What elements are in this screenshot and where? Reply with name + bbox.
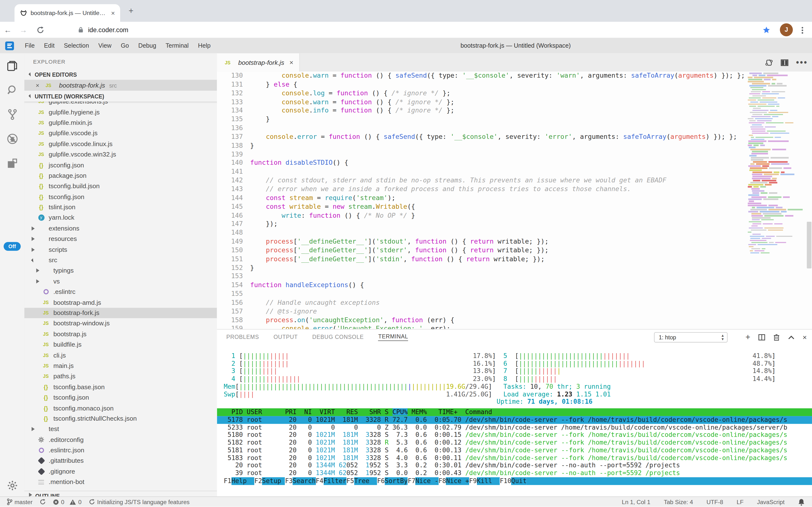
menu-selection[interactable]: Selection bbox=[59, 42, 94, 49]
new-tab-button[interactable]: + bbox=[126, 6, 136, 16]
chevron-right-icon[interactable] bbox=[32, 237, 37, 241]
editor-scrollbar[interactable] bbox=[807, 222, 812, 269]
browser-menu-icon[interactable] bbox=[802, 26, 804, 35]
file-tree-item[interactable]: .editorconfig bbox=[24, 435, 217, 445]
file-tree-item[interactable]: {}tsconfig.strictNullChecks.json bbox=[24, 413, 217, 424]
extensions-icon[interactable] bbox=[6, 157, 19, 169]
url-text[interactable]: ide.coder.com bbox=[88, 26, 128, 34]
off-toggle-badge[interactable]: Off bbox=[4, 242, 21, 250]
file-tree-item[interactable]: extensions bbox=[24, 223, 217, 234]
explorer-icon[interactable] bbox=[6, 59, 19, 72]
problems-indicator[interactable]: 0 0 bbox=[53, 499, 81, 505]
tab-close-icon[interactable]: × bbox=[289, 59, 293, 66]
htop-process-row[interactable]: 5182 root 20 0 1021M 181M 3328 R 5.3 0.6… bbox=[217, 439, 812, 447]
split-terminal-icon[interactable] bbox=[758, 334, 765, 341]
menu-terminal[interactable]: Terminal bbox=[161, 42, 193, 49]
file-tree-item[interactable]: JSbootstrap-amd.js bbox=[24, 297, 217, 308]
close-icon[interactable]: × bbox=[36, 81, 40, 89]
reload-icon[interactable] bbox=[36, 25, 45, 34]
htop-process-row[interactable]: 5183 root 20 0 1021M 181M 3328 S 4.0 0.6… bbox=[217, 454, 812, 462]
close-panel-icon[interactable]: × bbox=[803, 333, 807, 341]
file-tree-item[interactable]: JSbuildfile.js bbox=[24, 339, 217, 350]
debug-icon[interactable] bbox=[6, 132, 19, 145]
source-control-icon[interactable] bbox=[6, 108, 19, 121]
file-tree-item[interactable]: JSmain.js bbox=[24, 360, 217, 371]
file-tree-item[interactable]: JSbootstrap-window.js bbox=[24, 318, 217, 329]
status-ln-1-col-1[interactable]: Ln 1, Col 1 bbox=[622, 499, 650, 505]
file-tree-item[interactable]: {}jsconfig.json bbox=[24, 160, 217, 171]
panel-tab-output[interactable]: OUTPUT bbox=[274, 334, 298, 341]
split-editor-icon[interactable] bbox=[780, 58, 789, 66]
file-tree-item[interactable]: JSgulpfile.vscode.linux.js bbox=[24, 138, 217, 149]
file-tree-item[interactable]: JSpaths.js bbox=[24, 371, 217, 382]
branch-indicator[interactable]: master bbox=[7, 499, 33, 505]
file-tree-item[interactable]: {}tsconfig.monaco.json bbox=[24, 403, 217, 413]
file-tree-item[interactable]: .mention-bot bbox=[24, 477, 217, 488]
file-tree-item[interactable]: JSgulpfile.vscode.win32.js bbox=[24, 149, 217, 160]
terminal[interactable]: 1 [||||||||||||17.8%]5 [||||||||||||||||… bbox=[217, 345, 812, 497]
maximize-panel-icon[interactable] bbox=[788, 335, 795, 340]
chevron-right-icon[interactable] bbox=[32, 427, 37, 431]
chevron-right-icon[interactable] bbox=[32, 226, 37, 230]
editor-group[interactable]: JS bootstrap-fork.js × ••• 130 console.w… bbox=[217, 53, 812, 329]
panel-tab-problems[interactable]: PROBLEMS bbox=[226, 334, 259, 341]
menu-go[interactable]: Go bbox=[116, 42, 133, 49]
file-tree-item[interactable]: {}package.json bbox=[24, 170, 217, 181]
open-editor-item[interactable]: × JS bootstrap-fork.js src bbox=[24, 80, 217, 91]
file-tree-item[interactable]: JSgulpfile.extensions.js bbox=[24, 102, 217, 107]
menu-debug[interactable]: Debug bbox=[134, 42, 161, 49]
forward-icon[interactable]: → bbox=[15, 25, 31, 34]
menu-view[interactable]: View bbox=[93, 42, 116, 49]
menu-edit[interactable]: Edit bbox=[40, 42, 59, 49]
file-tree-item[interactable]: {}tsconfig.build.json bbox=[24, 181, 217, 191]
file-tree-item[interactable]: .eslintrc.json bbox=[24, 445, 217, 456]
editor-tab[interactable]: JS bootstrap-fork.js × bbox=[217, 53, 300, 72]
file-tree-item[interactable]: JSgulpfile.vscode.js bbox=[24, 128, 217, 138]
file-tree-item[interactable]: JSgulpfile.mixin.js bbox=[24, 118, 217, 128]
chevron-right-icon[interactable] bbox=[36, 269, 41, 273]
app-logo-icon[interactable] bbox=[5, 41, 14, 50]
file-tree-item[interactable]: src bbox=[24, 255, 217, 266]
workspace-header[interactable]: UNTITLED (WORKSPACE) bbox=[24, 91, 217, 102]
panel-tab-terminal[interactable]: TERMINAL bbox=[378, 333, 408, 341]
file-tree-item[interactable]: JSbootstrap-fork.js bbox=[24, 308, 217, 318]
file-tree-item[interactable]: .gitignore bbox=[24, 466, 217, 477]
bell-icon[interactable] bbox=[798, 498, 805, 506]
bookmark-star-icon[interactable] bbox=[762, 26, 770, 34]
outline-header[interactable]: OUTLINE bbox=[24, 491, 217, 497]
file-tree-item[interactable]: {}tslint.json bbox=[24, 202, 217, 213]
file-tree-item[interactable]: resources bbox=[24, 234, 217, 244]
status-javascript[interactable]: JavaScript bbox=[757, 499, 785, 505]
language-status[interactable]: Initializing JS/TS language features bbox=[88, 499, 190, 505]
file-tree-item[interactable]: {}tsconfig.json bbox=[24, 392, 217, 403]
minimap[interactable] bbox=[744, 72, 805, 270]
file-tree-item[interactable]: yyarn.lock bbox=[24, 213, 217, 223]
status-tab-size-4[interactable]: Tab Size: 4 bbox=[664, 499, 693, 505]
sync-button[interactable] bbox=[39, 499, 46, 505]
status-utf-8[interactable]: UTF-8 bbox=[706, 499, 723, 505]
chevron-down-icon[interactable] bbox=[32, 259, 37, 262]
code-editor[interactable]: 130 console.warn = function () { safeSen… bbox=[217, 72, 812, 329]
settings-gear-icon[interactable] bbox=[6, 480, 19, 492]
htop-process-row[interactable]: 39 root 20 0 1344M 62052 1952 S 0.0 0.2 … bbox=[217, 469, 812, 477]
new-terminal-icon[interactable]: + bbox=[746, 332, 750, 342]
more-actions-icon[interactable]: ••• bbox=[796, 58, 808, 67]
chevron-right-icon[interactable] bbox=[32, 247, 37, 251]
htop-table-header[interactable]: PID USER PRI NI VIRT RES SHR S CPU% MEM%… bbox=[217, 408, 812, 416]
tab-close-icon[interactable]: × bbox=[111, 9, 115, 17]
open-editors-header[interactable]: OPEN EDITORS bbox=[24, 69, 217, 80]
file-tree-item[interactable]: .gitattributes bbox=[24, 456, 217, 466]
menu-help[interactable]: Help bbox=[193, 42, 215, 49]
browser-tab[interactable]: bootstrap-fork.js — Untitled (W × bbox=[14, 4, 120, 22]
chevron-right-icon[interactable] bbox=[36, 279, 41, 283]
file-tree-item[interactable]: JSgulpfile.hygiene.js bbox=[24, 107, 217, 118]
htop-process-row[interactable]: 5178 root 20 0 1021M 181M 3328 R 72.7 0.… bbox=[217, 416, 812, 424]
terminal-select[interactable]: 1: htop▲▼ bbox=[654, 332, 728, 342]
htop-process-row[interactable]: 20 root 20 0 1344M 62052 1952 S 3.3 0.2 … bbox=[217, 462, 812, 469]
file-tree-item[interactable]: JSbootstrap.js bbox=[24, 329, 217, 339]
back-icon[interactable]: ← bbox=[0, 25, 15, 34]
file-tree-item[interactable]: test bbox=[24, 424, 217, 435]
htop-process-row[interactable]: 5181 root 20 0 1021M 181M 3328 S 4.6 0.6… bbox=[217, 447, 812, 454]
file-tree-item[interactable]: vs bbox=[24, 276, 217, 287]
avatar[interactable]: J bbox=[780, 23, 793, 36]
